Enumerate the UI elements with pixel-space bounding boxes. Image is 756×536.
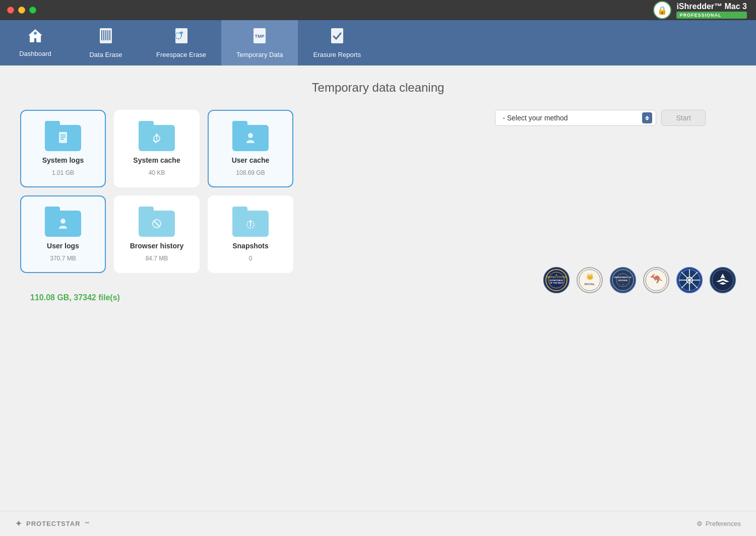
svg-rect-15 <box>60 137 66 138</box>
svg-text:🦘: 🦘 <box>650 273 663 285</box>
folder-inner-no <box>150 217 164 233</box>
item-user-cache[interactable]: User cache 108.69 GB <box>208 110 293 187</box>
svg-text:OF THE NAVY: OF THE NAVY <box>550 282 563 284</box>
cert-badge-nato <box>676 267 703 293</box>
svg-rect-14 <box>60 135 66 136</box>
svg-rect-5 <box>103 30 104 40</box>
protectstar-icon: ✦ <box>15 519 22 528</box>
svg-line-21 <box>154 221 160 227</box>
main-content: Temporary data cleaning <box>0 65 756 511</box>
svg-text:TMP: TMP <box>255 34 265 39</box>
cert-badge-royal: 👑 ROYAL <box>577 267 603 293</box>
temporary-data-icon: TMP <box>252 27 267 48</box>
titlebar: 🔒 iShredder™ Mac 3 PROFESSIONAL <box>0 0 756 20</box>
svg-text:ROYAL: ROYAL <box>585 283 595 286</box>
preferences-label: Preferences <box>706 520 741 527</box>
start-button[interactable]: Start <box>661 110 706 126</box>
svg-text:👑: 👑 <box>586 273 594 280</box>
folder-inner-snap <box>243 217 258 233</box>
svg-rect-6 <box>105 30 106 40</box>
nav-label-dashboard: Dashboard <box>19 50 51 57</box>
folder-inner-doc <box>55 130 71 147</box>
content-area: System logs 1.01 GB <box>20 110 736 302</box>
svg-text:★: ★ <box>33 30 37 35</box>
nav-item-data-erase[interactable]: Data Erase <box>71 20 141 65</box>
item-size-system-cache: 40 KB <box>149 169 165 176</box>
svg-rect-16 <box>60 139 64 140</box>
svg-rect-8 <box>109 30 110 40</box>
freespace-icon <box>174 27 189 48</box>
item-name-user-cache: User cache <box>232 156 270 164</box>
left-area: System logs 1.01 GB <box>20 110 475 302</box>
folder-inner-user2 <box>55 216 71 233</box>
erasure-reports-icon <box>330 27 345 48</box>
preferences-button[interactable]: ⚙ Preferences <box>697 520 741 527</box>
traffic-lights <box>7 7 36 14</box>
method-select-wrapper: - Select your method DoD 5220.22-M (7 pa… <box>495 110 656 126</box>
footer-brand: ✦ PROTECTSTAR ™ <box>15 519 90 528</box>
item-system-logs[interactable]: System logs 1.01 GB <box>20 110 106 187</box>
nav-item-temporary-data[interactable]: TMP Temporary Data <box>221 20 298 65</box>
svg-rect-7 <box>107 30 108 40</box>
nav-item-dashboard[interactable]: ★ Dashboard <box>0 20 71 65</box>
nav-label-temporary: Temporary Data <box>236 51 283 58</box>
item-system-cache[interactable]: System cache 40 KB <box>114 110 200 187</box>
cert-badge-dod: DEPARTMENT OF DEFENSE <box>610 267 636 293</box>
cert-badge-airforce <box>710 267 736 293</box>
minimize-button[interactable] <box>18 7 25 14</box>
close-button[interactable] <box>7 7 14 14</box>
folder-system-cache-icon <box>139 121 175 151</box>
brand-logo: 🔒 <box>653 1 671 19</box>
item-name-snapshots: Snapshots <box>232 242 269 250</box>
svg-rect-4 <box>101 30 102 40</box>
svg-rect-12 <box>331 28 343 43</box>
item-size-browser-history: 84.7 MB <box>146 255 168 262</box>
app-badge: PROFESSIONAL <box>676 12 747 19</box>
app-branding: 🔒 iShredder™ Mac 3 PROFESSIONAL <box>653 0 756 20</box>
svg-text:DEPARTMENT OF: DEPARTMENT OF <box>614 276 632 279</box>
item-name-system-cache: System cache <box>133 156 180 164</box>
cert-badge-australia: 🦘 <box>643 267 669 293</box>
nav-label-erasure-reports: Erasure Reports <box>313 51 361 58</box>
item-name-user-logs: User logs <box>47 242 79 250</box>
data-erase-icon <box>98 27 113 48</box>
cert-badge-navy: UNITED STATES DEPARTMENT OF THE NAVY <box>543 267 570 293</box>
navbar: ★ Dashboard Data Erase Freesp <box>0 20 756 65</box>
folder-snapshots-icon <box>232 207 269 237</box>
right-controls: - Select your method DoD 5220.22-M (7 pa… <box>495 110 736 293</box>
item-size-system-logs: 1.01 GB <box>52 169 74 176</box>
app-name: iShredder™ Mac 3 <box>676 2 747 11</box>
items-row-1: System logs 1.01 GB <box>20 110 475 187</box>
nav-item-erasure-reports[interactable]: Erasure Reports <box>298 20 376 65</box>
brand-info: iShredder™ Mac 3 PROFESSIONAL <box>676 2 747 18</box>
item-user-logs[interactable]: User logs 370.7 MB <box>20 195 106 273</box>
items-row-2: User logs 370.7 MB <box>20 195 475 273</box>
footer: ✦ PROTECTSTAR ™ ⚙ Preferences <box>0 511 756 536</box>
page-title: Temporary data cleaning <box>20 81 736 95</box>
folder-user-cache-icon <box>232 121 269 151</box>
item-size-user-logs: 370.7 MB <box>50 255 76 262</box>
folder-inner-recycle <box>149 130 164 147</box>
footer-trademark: ™ <box>85 521 90 526</box>
method-select[interactable]: - Select your method DoD 5220.22-M (7 pa… <box>495 110 656 126</box>
item-snapshots[interactable]: Snapshots 0 <box>208 195 293 273</box>
nav-label-freespace: Freespace Erase <box>156 51 206 58</box>
item-size-user-cache: 108.69 GB <box>236 169 265 176</box>
method-row: - Select your method DoD 5220.22-M (7 pa… <box>495 110 706 126</box>
maximize-button[interactable] <box>29 7 36 14</box>
brand-logo-icon: 🔒 <box>657 6 667 15</box>
folder-system-logs-icon <box>45 121 81 151</box>
svg-point-18 <box>248 133 253 138</box>
folder-user-logs-icon <box>45 207 81 237</box>
item-name-system-logs: System logs <box>42 156 84 164</box>
folder-inner-user <box>243 130 258 147</box>
folder-browser-history-icon <box>139 207 175 237</box>
dashboard-icon: ★ <box>28 28 43 47</box>
nav-label-data-erase: Data Erase <box>89 51 122 58</box>
nav-item-freespace-erase[interactable]: Freespace Erase <box>141 20 221 65</box>
item-name-browser-history: Browser history <box>130 242 184 250</box>
svg-point-19 <box>60 219 66 224</box>
preferences-icon: ⚙ <box>697 520 703 527</box>
item-browser-history[interactable]: Browser history 84.7 MB <box>114 195 200 273</box>
footer-brand-label: PROTECTSTAR <box>26 520 81 527</box>
